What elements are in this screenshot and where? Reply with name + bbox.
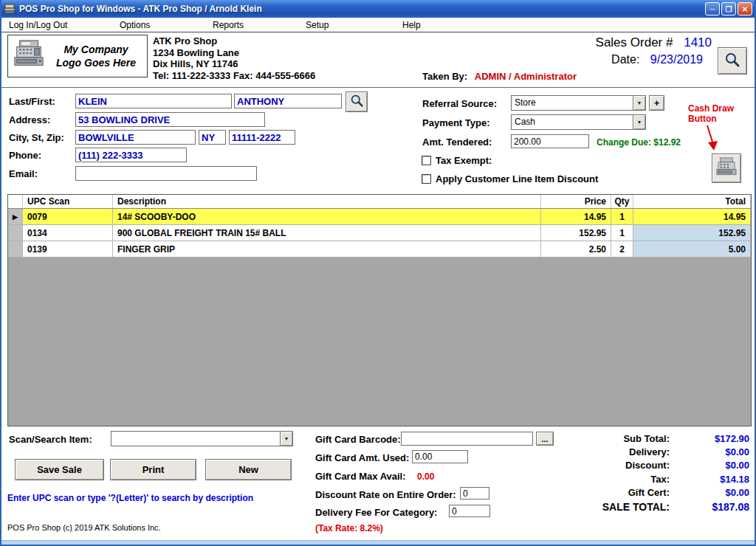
tax-rate-note: (Tax Rate: 8.2%) xyxy=(315,523,383,533)
search-icon xyxy=(724,52,740,70)
cell-description: FINGER GRIP xyxy=(113,241,541,258)
delivery-fee-field[interactable] xyxy=(449,505,490,517)
last-name-field[interactable] xyxy=(75,94,232,108)
company-address2: Dix Hills, NY 11746 xyxy=(153,58,315,70)
menu-setup[interactable]: Setup xyxy=(306,18,329,32)
payment-type-value: Cash xyxy=(512,115,633,129)
cash-draw-annotation: Cash Draw Button xyxy=(688,103,750,124)
amt-tendered-field[interactable] xyxy=(511,134,589,148)
zip-field[interactable] xyxy=(229,130,295,145)
state-field[interactable] xyxy=(199,130,226,145)
items-table: UPC Scan Description Price Qty Total ▶ 0… xyxy=(7,194,752,426)
new-button[interactable]: New xyxy=(205,459,292,480)
save-sale-button[interactable]: Save Sale xyxy=(15,459,104,480)
last-first-label: Last/First: xyxy=(9,96,55,107)
cell-description: 900 GLOBAL FREIGHT TRAIN 15# BALL xyxy=(113,225,541,241)
tax-exempt-checkbox[interactable] xyxy=(422,156,431,165)
plus-icon: + xyxy=(654,97,660,108)
menu-reports[interactable]: Reports xyxy=(213,18,244,32)
window-title: POS Pro Shop for Windows - ATK Pro Shop … xyxy=(19,4,705,14)
discount-rate-field[interactable] xyxy=(460,487,489,500)
menu-options[interactable]: Options xyxy=(120,18,150,32)
phone-field[interactable] xyxy=(75,148,187,162)
title-bar[interactable]: POS Pro Shop for Windows - ATK Pro Shop … xyxy=(0,0,756,18)
gift-card-amt-label: Gift Card Amt. Used: xyxy=(315,452,409,463)
menu-help[interactable]: Help xyxy=(402,18,421,32)
cell-price: 2.50 xyxy=(541,241,611,258)
cell-upc: 0134 xyxy=(23,225,113,241)
city-st-zip-label: City, St, Zip: xyxy=(9,132,64,143)
customer-search-button[interactable] xyxy=(346,91,368,112)
minimize-button[interactable]: ─ xyxy=(705,2,720,15)
menu-login[interactable]: Log In/Log Out xyxy=(9,18,67,32)
gift-card-max-label: Gift Card Max Avail: xyxy=(315,471,406,482)
maximize-icon: ❐ xyxy=(726,5,732,13)
payment-type-label: Payment Type: xyxy=(422,117,490,128)
gift-cert-label: Gift Cert: xyxy=(548,487,670,498)
close-icon: ✕ xyxy=(742,5,748,13)
tax-label: Tax: xyxy=(548,474,670,485)
search-icon xyxy=(350,94,364,110)
gift-cert-value: $0.00 xyxy=(670,487,749,498)
marker-column-header xyxy=(8,195,23,208)
scan-search-value xyxy=(111,432,280,446)
total-column-header: Total xyxy=(633,195,751,208)
amt-tendered-label: Amt. Tendered: xyxy=(422,136,492,148)
referral-source-select[interactable]: Store ▼ xyxy=(511,95,646,111)
scan-search-select[interactable]: ▼ xyxy=(111,431,293,446)
window-bottom-edge xyxy=(0,540,756,545)
subtotal-label: Sub Total: xyxy=(548,433,670,444)
gift-card-barcode-label: Gift Card Barcode: xyxy=(315,434,401,445)
address-label: Address: xyxy=(9,114,50,125)
table-empty-area xyxy=(8,258,751,426)
taken-by: Taken By: ADMIN / Administrator xyxy=(422,71,577,82)
row-marker-icon: ▶ xyxy=(13,213,18,221)
scan-hint: Enter UPC scan or type '?(Letter)' to se… xyxy=(7,493,253,503)
city-field[interactable] xyxy=(75,130,196,145)
gift-card-max-value: 0.00 xyxy=(417,471,434,482)
order-date: Date: 9/23/2019 xyxy=(611,53,703,66)
tax-value: $14.18 xyxy=(670,474,749,485)
taken-by-value: ADMIN / Administrator xyxy=(475,71,577,82)
order-search-button[interactable] xyxy=(718,47,747,75)
status-bar: POS Pro Shop (c) 2019 ATK Solutions Inc. xyxy=(7,523,161,532)
date-value: 9/23/2019 xyxy=(650,53,703,66)
cell-upc: 0079 xyxy=(23,209,113,225)
tax-exempt-label: Tax Exempt: xyxy=(436,155,492,166)
cell-price: 14.95 xyxy=(541,209,611,225)
scan-search-label: Scan/Search Item: xyxy=(9,434,92,445)
discount-rate-label: Discount Rate on Entire Order: xyxy=(315,489,456,500)
sale-total-label: SALE TOTAL: xyxy=(548,501,670,513)
taken-by-label: Taken By: xyxy=(422,71,467,82)
close-button[interactable]: ✕ xyxy=(738,2,752,15)
first-name-field[interactable] xyxy=(234,94,342,108)
chevron-down-icon: ▼ xyxy=(280,432,292,446)
company-info: ATK Pro Shop 1234 Bowling Lane Dix Hills… xyxy=(153,35,315,81)
line-item-discount-checkbox[interactable] xyxy=(422,174,431,184)
company-address1: 1234 Bowling Lane xyxy=(153,47,315,59)
company-name: ATK Pro Shop xyxy=(153,35,315,47)
maximize-button[interactable]: ❐ xyxy=(721,2,736,15)
payment-type-select[interactable]: Cash ▼ xyxy=(511,114,646,130)
sales-order-number: 1410 xyxy=(684,35,712,49)
header-divider xyxy=(1,87,755,89)
cash-draw-button[interactable] xyxy=(712,153,741,183)
table-header-row: UPC Scan Description Price Qty Total xyxy=(8,195,751,209)
table-row[interactable]: 0134 900 GLOBAL FREIGHT TRAIN 15# BALL 1… xyxy=(8,225,751,241)
email-field[interactable] xyxy=(75,166,257,181)
sales-order-label: Sales Order # xyxy=(596,35,673,49)
table-row[interactable]: ▶ 0079 14# SCOOBY-DOO 14.95 1 14.95 xyxy=(8,209,751,225)
delivery-label: Delivery: xyxy=(548,446,670,457)
print-button[interactable]: Print xyxy=(110,459,196,480)
cash-register-icon xyxy=(715,156,738,181)
address-field[interactable] xyxy=(75,112,265,127)
change-due: Change Due: $12.92 xyxy=(597,137,681,148)
gift-card-barcode-field[interactable] xyxy=(401,432,533,446)
delivery-fee-label: Delivery Fee For Category: xyxy=(315,507,437,518)
add-referral-button[interactable]: + xyxy=(649,95,664,111)
gift-card-amt-field[interactable] xyxy=(412,450,468,463)
cell-upc: 0139 xyxy=(23,241,113,258)
cell-total: 152.95 xyxy=(633,225,751,241)
table-row[interactable]: 0139 FINGER GRIP 2.50 2 5.00 xyxy=(8,241,751,258)
app-window: POS Pro Shop for Windows - ATK Pro Shop … xyxy=(0,0,756,546)
